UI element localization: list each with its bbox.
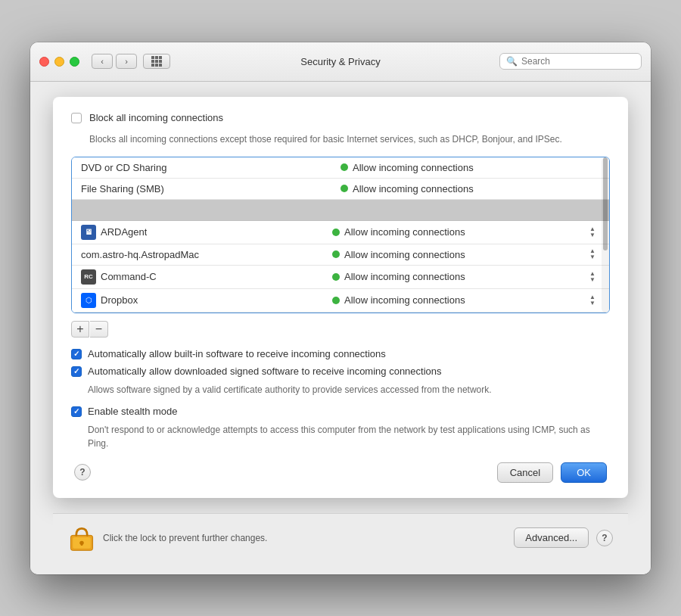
advanced-button[interactable]: Advanced... xyxy=(514,527,589,548)
table-separator xyxy=(72,200,609,221)
lock-icon[interactable] xyxy=(68,523,95,553)
cancel-button[interactable]: Cancel xyxy=(497,462,553,483)
main-content: Block all incoming connections Blocks al… xyxy=(30,82,651,574)
svg-rect-3 xyxy=(81,543,83,546)
forward-button[interactable]: › xyxy=(116,54,137,69)
table-row: ⬡ Dropbox Allow incoming connections ▲ ▼ xyxy=(72,289,609,313)
scrollbar-track[interactable] xyxy=(602,157,609,313)
app-icon-cmd: RC xyxy=(81,269,96,285)
search-icon: 🔍 xyxy=(506,56,518,67)
status-stepper[interactable]: ▲ ▼ xyxy=(589,248,600,260)
scrollbar-thumb[interactable] xyxy=(603,157,608,250)
app-info: File Sharing (SMB) xyxy=(81,183,340,194)
grid-button[interactable] xyxy=(143,54,170,69)
grid-icon xyxy=(151,56,162,67)
status-label: Allow incoming connections xyxy=(344,249,465,260)
app-info: RC Command-C xyxy=(81,269,332,285)
block-all-description: Blocks all incoming connections except t… xyxy=(89,132,610,146)
app-name: Dropbox xyxy=(101,294,138,306)
app-icon-dropbox: ⬡ xyxy=(81,293,96,308)
status-dot xyxy=(332,273,340,281)
status-label: Allow incoming connections xyxy=(353,183,474,194)
close-button[interactable] xyxy=(39,57,49,67)
add-button[interactable]: + xyxy=(71,321,89,338)
status-label: Allow incoming connections xyxy=(344,226,465,238)
back-button[interactable]: ‹ xyxy=(92,54,113,69)
app-info: ⬡ Dropbox xyxy=(81,293,332,308)
status-stepper[interactable]: ▲ ▼ xyxy=(589,271,600,283)
block-all-label: Block all incoming connections xyxy=(89,112,223,123)
status-stepper[interactable]: ▲ ▼ xyxy=(589,226,600,238)
app-status: Allow incoming connections xyxy=(332,226,583,238)
stealth-mode-description: Don't respond to or acknowledge attempts… xyxy=(88,423,610,450)
traffic-lights xyxy=(39,57,79,67)
auto-builtin-checkbox[interactable] xyxy=(71,349,82,359)
stealth-mode-label: Enable stealth mode xyxy=(88,406,178,417)
minimize-button[interactable] xyxy=(54,57,64,67)
table-row: RC Command-C Allow incoming connections … xyxy=(72,266,609,289)
app-name: com.astro-hq.AstropadMac xyxy=(81,249,199,260)
bottom-help-button[interactable]: ? xyxy=(596,530,613,546)
app-info: com.astro-hq.AstropadMac xyxy=(81,249,332,260)
status-label: Allow incoming connections xyxy=(353,162,474,173)
block-all-row: Block all incoming connections xyxy=(71,112,610,123)
app-info: DVD or CD Sharing xyxy=(81,162,340,173)
stepper-down-icon[interactable]: ▼ xyxy=(589,232,600,238)
main-window: ‹ › Security & Privacy 🔍 Block all incom… xyxy=(30,42,651,574)
auto-builtin-row: Automatically allow built-in software to… xyxy=(71,348,610,359)
table-row: 🖥 ARDAgent Allow incoming connections ▲ … xyxy=(72,221,609,244)
lock-text: Click the lock to prevent further change… xyxy=(103,533,514,543)
window-title: Security & Privacy xyxy=(300,56,380,67)
app-status: Allow incoming connections xyxy=(332,294,583,306)
status-label: Allow incoming connections xyxy=(344,271,465,282)
maximize-button[interactable] xyxy=(70,57,79,67)
stepper-down-icon[interactable]: ▼ xyxy=(589,300,600,306)
auto-builtin-label: Automatically allow built-in software to… xyxy=(88,348,386,359)
search-input[interactable] xyxy=(521,56,635,67)
status-dot xyxy=(340,163,348,171)
stepper-down-icon[interactable]: ▼ xyxy=(589,254,600,260)
table-row: DVD or CD Sharing Allow incoming connect… xyxy=(72,157,609,179)
add-remove-buttons: + − xyxy=(71,321,610,338)
status-dot xyxy=(332,297,340,304)
status-stepper[interactable]: ▲ ▼ xyxy=(589,294,600,306)
app-status: Allow incoming connections xyxy=(332,249,583,260)
block-all-checkbox[interactable] xyxy=(71,113,82,123)
table-row: File Sharing (SMB) Allow incoming connec… xyxy=(72,179,609,200)
table-row: com.astro-hq.AstropadMac Allow incoming … xyxy=(72,244,609,266)
titlebar: ‹ › Security & Privacy 🔍 xyxy=(30,42,651,82)
status-label: Allow incoming connections xyxy=(344,294,465,306)
search-box[interactable]: 🔍 xyxy=(499,53,642,70)
auto-signed-row: Automatically allow downloaded signed so… xyxy=(71,366,610,377)
nav-buttons: ‹ › xyxy=(92,54,170,69)
auto-signed-checkbox[interactable] xyxy=(71,366,82,377)
firewall-sheet: Block all incoming connections Blocks al… xyxy=(53,97,628,498)
app-status: Allow incoming connections xyxy=(332,271,583,282)
status-dot xyxy=(340,185,348,192)
app-status: Allow incoming connections xyxy=(340,183,600,194)
status-dot xyxy=(332,250,340,258)
firewall-table: DVD or CD Sharing Allow incoming connect… xyxy=(71,157,610,313)
auto-signed-description: Allows software signed by a valid certif… xyxy=(88,383,610,397)
app-status: Allow incoming connections xyxy=(340,162,600,173)
action-buttons: Cancel OK xyxy=(497,462,607,483)
app-name: DVD or CD Sharing xyxy=(81,162,166,173)
remove-button[interactable]: − xyxy=(90,321,108,338)
auto-signed-label: Automatically allow downloaded signed so… xyxy=(88,366,442,377)
dialog-help-button[interactable]: ? xyxy=(74,464,91,481)
status-dot xyxy=(332,229,340,236)
ok-button[interactable]: OK xyxy=(561,462,607,483)
app-icon-ard: 🖥 xyxy=(81,225,96,240)
app-name: Command-C xyxy=(101,271,157,282)
stealth-mode-row: Enable stealth mode xyxy=(71,406,610,417)
bottom-bar: Click the lock to prevent further change… xyxy=(53,513,628,562)
stealth-mode-checkbox[interactable] xyxy=(71,406,82,417)
dialog-buttons: ? Cancel OK xyxy=(71,462,610,483)
app-name: File Sharing (SMB) xyxy=(81,183,164,194)
app-info: 🖥 ARDAgent xyxy=(81,225,332,240)
app-name: ARDAgent xyxy=(101,226,147,238)
stepper-down-icon[interactable]: ▼ xyxy=(589,277,600,283)
